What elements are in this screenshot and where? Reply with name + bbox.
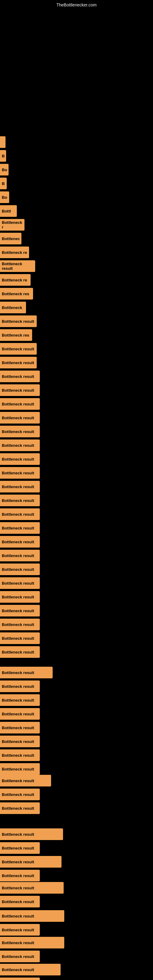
bottleneck-bar-12[interactable]: Bottleneck res [0,288,33,299]
bottleneck-bar-48[interactable]: Bottleneck result [0,789,40,800]
bottleneck-bar-18[interactable]: Bottleneck result [0,371,40,382]
bottleneck-bar-11[interactable]: Bottleneck re [0,274,30,286]
bottleneck-bar-50[interactable]: Bottleneck result [0,829,63,840]
bottleneck-bar-19[interactable]: Bottleneck result [0,384,40,396]
bottleneck-bar-45[interactable]: Bottleneck result [0,749,40,761]
bottleneck-bar-43[interactable]: Bottleneck result [0,722,40,733]
bottleneck-bar-23[interactable]: Bottleneck result [0,439,40,451]
bottleneck-bar-26[interactable]: Bottleneck result [0,481,40,492]
bottleneck-bar-55[interactable]: Bottleneck result [0,896,40,907]
bottleneck-bar-30[interactable]: Bottleneck result [0,536,40,547]
bottleneck-bar-56[interactable]: Bottleneck result [0,910,64,922]
bottleneck-bar-15[interactable]: Bottleneck res [0,329,32,341]
bottleneck-bar-32[interactable]: Bottleneck result [0,563,40,575]
bottleneck-bar-42[interactable]: Bottleneck result [0,708,40,720]
bottleneck-bar-14[interactable]: Bottleneck result [0,315,37,327]
bottleneck-bar-57[interactable]: Bottleneck result [0,924,40,935]
bottleneck-bar-47[interactable]: Bottleneck result [0,775,51,786]
bottleneck-bar-39[interactable]: Bottleneck result [0,667,53,678]
bottleneck-bar-1[interactable] [0,136,5,148]
bottleneck-bar-40[interactable]: Bottleneck result [0,681,40,692]
bottleneck-bar-2[interactable]: B [0,150,6,162]
bottleneck-bar-36[interactable]: Bottleneck result [0,619,40,630]
bottleneck-bar-44[interactable]: Bottleneck result [0,736,40,747]
bottleneck-bar-27[interactable]: Bottleneck result [0,495,40,506]
bottleneck-bar-25[interactable]: Bottleneck result [0,467,40,479]
bottleneck-bar-59[interactable]: Bottleneck result [0,951,40,962]
bottleneck-bar-35[interactable]: Bottleneck result [0,605,40,616]
bottleneck-bar-53[interactable]: Bottleneck result [0,870,40,881]
bottleneck-bar-28[interactable]: Bottleneck result [0,508,40,520]
bottleneck-bar-4[interactable]: B [0,178,7,189]
bottleneck-bar-58[interactable]: Bottleneck result [0,937,64,948]
bottleneck-bar-46[interactable]: Bottleneck result [0,763,40,775]
bottleneck-bar-13[interactable]: Bottleneck [0,302,26,313]
bottleneck-bar-52[interactable]: Bottleneck result [0,856,62,868]
bottleneck-bar-10[interactable]: Bottleneck result [0,260,35,272]
bottleneck-bar-34[interactable]: Bottleneck result [0,591,40,603]
bottleneck-bar-54[interactable]: Bottleneck result [0,882,64,894]
bottleneck-bar-8[interactable]: Bottlenec [0,233,21,244]
bottleneck-bar-51[interactable]: Bottleneck result [0,842,40,854]
bottleneck-bar-17[interactable]: Bottleneck result [0,357,37,368]
bottleneck-bar-31[interactable]: Bottleneck result [0,550,40,562]
bottleneck-bar-49[interactable]: Bottleneck result [0,802,40,814]
bottleneck-bar-5[interactable]: Bo [0,191,9,203]
site-title: TheBottlenecker.com [56,2,97,7]
bottleneck-bar-7[interactable]: Bottleneck r [0,219,24,231]
bottleneck-bar-9[interactable]: Bottleneck re [0,247,29,258]
bottleneck-bar-24[interactable]: Bottleneck result [0,453,40,465]
bottleneck-bar-20[interactable]: Bottleneck result [0,398,40,410]
bottleneck-bar-21[interactable]: Bottleneck result [0,412,40,423]
bottleneck-bar-16[interactable]: Bottleneck result [0,343,37,355]
bottleneck-bar-33[interactable]: Bottleneck result [0,577,40,589]
bottleneck-bar-38[interactable]: Bottleneck result [0,646,40,658]
bottleneck-bar-22[interactable]: Bottleneck result [0,426,40,438]
bottleneck-bar-60[interactable]: Bottleneck result [0,964,61,975]
bottleneck-bar-41[interactable]: Bottleneck result [0,694,40,706]
bottleneck-bar-6[interactable]: Bottl [0,205,17,217]
bottleneck-bar-37[interactable]: Bottleneck result [0,632,40,644]
bottleneck-bar-3[interactable]: Bo [0,164,9,175]
bottleneck-bar-61[interactable]: Bottleneck result [0,978,40,980]
bottleneck-bar-29[interactable]: Bottleneck result [0,522,40,534]
